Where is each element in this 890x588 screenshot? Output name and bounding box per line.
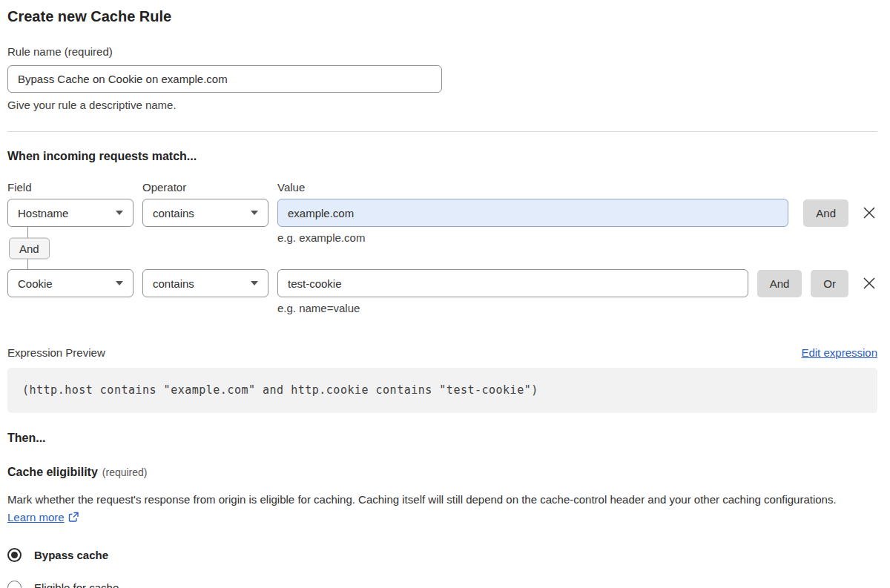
rule-name-helper: Give your rule a descriptive name. [7, 99, 877, 111]
cache-eligibility-heading: Cache eligibility(required) [7, 466, 877, 479]
section-divider [7, 131, 877, 132]
required-note: (required) [102, 466, 148, 478]
condition-connector-area: And e.g. example.com [7, 227, 877, 269]
field-column-label: Field [7, 181, 134, 194]
description-text: Mark whether the request's response from… [7, 493, 837, 506]
remove-condition-row2-button[interactable] [861, 275, 877, 291]
edit-expression-link[interactable]: Edit expression [801, 346, 877, 359]
condition-row-1: Hostname contains And [7, 199, 877, 227]
expression-preview-header: Expression Preview Edit expression [7, 346, 877, 359]
remove-condition-row1-button[interactable] [861, 205, 877, 221]
expression-code: (http.host contains "example.com" and ht… [22, 383, 538, 397]
value-hint-row1: e.g. example.com [277, 231, 365, 244]
field-select-row2-value: Cookie [18, 277, 53, 290]
operator-select-row1[interactable]: contains [142, 199, 268, 227]
cache-eligibility-description: Mark whether the request's response from… [7, 491, 860, 528]
rule-name-label: Rule name (required) [7, 45, 877, 58]
page-title: Create new Cache Rule [7, 7, 877, 25]
then-heading: Then... [7, 432, 877, 445]
and-connector-chip[interactable]: And [9, 237, 50, 259]
learn-more-link[interactable]: Learn more [7, 511, 65, 523]
and-button-row1[interactable]: And [803, 199, 848, 227]
chevron-down-icon [251, 211, 258, 215]
chevron-down-icon [116, 211, 123, 215]
rule-name-input[interactable] [7, 65, 442, 93]
external-link-icon [68, 510, 79, 528]
expression-code-block: (http.host contains "example.com" and ht… [7, 368, 877, 413]
operator-select-row2-value: contains [153, 277, 194, 290]
chevron-down-icon [116, 281, 123, 285]
value-input-row1[interactable] [277, 199, 788, 227]
and-button-row2[interactable]: And [757, 270, 802, 297]
operator-select-row2[interactable]: contains [142, 269, 268, 297]
or-button-row2[interactable]: Or [811, 270, 848, 297]
create-cache-rule-form: Create new Cache Rule Rule name (require… [0, 0, 890, 588]
value-input-row2[interactable] [277, 269, 748, 297]
operator-select-row1-value: contains [153, 207, 194, 219]
close-icon [863, 277, 876, 290]
field-select-row2[interactable]: Cookie [7, 269, 134, 297]
chevron-down-icon [251, 281, 258, 285]
radio-option-eligible-for-cache[interactable]: Eligible for cache [7, 581, 877, 588]
field-select-row1-value: Hostname [18, 207, 68, 219]
close-icon [863, 206, 876, 219]
field-select-row1[interactable]: Hostname [7, 199, 134, 227]
condition-column-headers: Field Operator Value [7, 181, 877, 194]
radio-selected-icon [7, 548, 22, 562]
match-section-heading: When incoming requests match... [7, 150, 877, 163]
operator-column-label: Operator [142, 181, 268, 194]
radio-label-bypass-cache: Bypass cache [34, 549, 108, 561]
value-hint-row2: e.g. name=value [277, 302, 877, 314]
value-column-label: Value [277, 181, 877, 194]
radio-option-bypass-cache[interactable]: Bypass cache [7, 548, 877, 562]
value-column-row1 [277, 199, 788, 227]
expression-preview-label: Expression Preview [7, 346, 105, 359]
value-column-row2 [277, 269, 748, 297]
radio-label-eligible-for-cache: Eligible for cache [34, 581, 119, 588]
radio-unselected-icon [7, 581, 22, 588]
condition-row-2: Cookie contains And Or [7, 269, 877, 297]
cache-eligibility-title: Cache eligibility [7, 466, 98, 478]
